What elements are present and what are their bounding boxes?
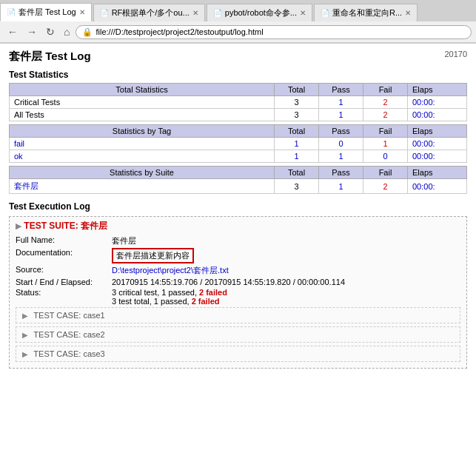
tab-1-close[interactable]: ✕ (76, 8, 85, 16)
row-pass: 0 (319, 138, 363, 150)
tab-4[interactable]: 📄 重命名和重定向R... ✕ (314, 4, 418, 21)
suite-stats-col-elaps: Elaps (408, 167, 467, 179)
tab-3[interactable]: 📄 pybot/robot命令参... ✕ (207, 4, 312, 21)
tag-stats-col-fail: Fail (363, 125, 408, 138)
suite-header-label: TEST SUITE: 套件层 (24, 221, 107, 231)
test-case-block: ▶ TEST CASE: case3 (16, 346, 460, 362)
row-elaps: 00:00: (408, 96, 467, 109)
suite-expand-icon[interactable]: ▶ (16, 221, 21, 230)
page-header: 套件层 Test Log 20170 (9, 50, 467, 64)
tag-stats-table: Statistics by Tag Total Pass Fail Elaps … (9, 124, 467, 163)
page-date: 20170 (444, 50, 467, 58)
tag-stats-col-elaps: Elaps (408, 125, 467, 138)
total-stats-header: Total Statistics (10, 84, 275, 96)
tab-2[interactable]: 📄 RF根据单个/多个ou... ✕ (93, 4, 205, 21)
row-fail: 1 (363, 138, 408, 150)
tab-4-close[interactable]: ✕ (402, 9, 411, 17)
row-name: 套件层 (10, 179, 275, 194)
row-name: ok (10, 150, 275, 163)
row-total: 3 (275, 109, 319, 121)
table-row: All Tests 3 1 2 00:00: (10, 109, 467, 121)
tab-2-close[interactable]: ✕ (190, 9, 198, 17)
lock-icon: 🔒 (82, 27, 93, 37)
test-case-header: TEST CASE: case3 (33, 349, 104, 358)
test-cases-container: ▶ TEST CASE: case1 ▶ TEST CASE: case2 ▶ … (16, 307, 460, 362)
total-stats-col-pass: Pass (319, 84, 363, 96)
tab-4-label: 重命名和重定向R... (332, 7, 402, 19)
tab-3-close[interactable]: ✕ (297, 9, 306, 17)
source-value[interactable]: D:\testproject\project2\套件层.txt (112, 265, 229, 276)
suite-stats-col-total: Total (275, 167, 319, 179)
total-stats-table: Total Statistics Total Pass Fail Elaps C… (9, 83, 467, 121)
table-row: Critical Tests 3 1 2 00:00: (10, 96, 467, 109)
row-pass: 1 (319, 150, 363, 163)
row-pass: 1 (319, 109, 363, 121)
row-fail: 0 (363, 150, 408, 163)
row-pass: 1 (319, 96, 363, 109)
tab-1[interactable]: 📄 套件层 Test Log ✕ (0, 3, 92, 21)
tab-3-label: pybot/robot命令参... (225, 7, 297, 19)
test-case-expand-icon[interactable]: ▶ (22, 331, 28, 339)
test-case-expand-icon[interactable]: ▶ (22, 312, 28, 320)
test-case-expand-icon[interactable]: ▶ (22, 350, 28, 358)
suite-block: ▶ TEST SUITE: 套件层 Full Name: 套件层 Documen… (9, 216, 467, 369)
tab-1-icon: 📄 (7, 8, 16, 16)
status-values: 3 critical test, 1 passed, 2 failed 3 te… (112, 288, 227, 306)
tab-1-label: 套件层 Test Log (19, 7, 76, 18)
row-total: 1 (275, 138, 319, 150)
execution-section: Test Execution Log ▶ TEST SUITE: 套件层 Ful… (9, 201, 467, 369)
tag-stats-col-total: Total (275, 125, 319, 138)
forward-button[interactable]: → (24, 24, 40, 39)
full-name-row: Full Name: 套件层 (16, 235, 460, 246)
test-case-block: ▶ TEST CASE: case2 (16, 326, 460, 343)
tag-stats-col-pass: Pass (319, 125, 363, 138)
row-fail: 2 (363, 179, 408, 194)
total-stats-col-elaps: Elaps (408, 84, 467, 96)
row-name: fail (10, 138, 275, 150)
page-title: 套件层 Test Log (9, 50, 91, 64)
status-line2: 3 test total, 1 passed, 2 failed (112, 297, 220, 306)
row-fail: 2 (363, 109, 408, 121)
tab-3-icon: 📄 (213, 9, 222, 17)
source-label: Source: (16, 265, 112, 276)
suite-stats-header: Statistics by Suite (10, 167, 275, 179)
source-row: Source: D:\testproject\project2\套件层.txt (16, 265, 460, 276)
reload-button[interactable]: ↻ (43, 24, 58, 39)
home-button[interactable]: ⌂ (61, 24, 73, 39)
tab-4-icon: 📄 (321, 9, 329, 17)
suite-header: ▶ TEST SUITE: 套件层 (16, 220, 460, 232)
test-statistics-label: Test Statistics (9, 70, 467, 80)
status-line1: 3 critical test, 1 passed, 2 failed (112, 288, 227, 297)
row-elaps: 00:00: (408, 179, 467, 194)
total-stats-col-fail: Fail (363, 84, 408, 96)
status-row: Status: 3 critical test, 1 passed, 2 fai… (16, 288, 460, 306)
status-label: Status: (16, 288, 112, 306)
suite-stats-table: Statistics by Suite Total Pass Fail Elap… (9, 166, 467, 194)
tag-stats-header: Statistics by Tag (10, 125, 275, 138)
test-case-header: TEST CASE: case1 (33, 311, 104, 320)
page-content: 套件层 Test Log 20170 Test Statistics Total… (0, 44, 476, 414)
suite-stats-col-pass: Pass (319, 167, 363, 179)
row-total: 3 (275, 96, 319, 109)
row-name: All Tests (10, 109, 275, 121)
startend-row: Start / End / Elapsed: 20170915 14:55:19… (16, 278, 460, 286)
test-case-header: TEST CASE: case2 (33, 330, 104, 339)
test-case-block: ▶ TEST CASE: case1 (16, 307, 460, 323)
browser-chrome: 📄 套件层 Test Log ✕ 📄 RF根据单个/多个ou... ✕ 📄 py… (0, 0, 476, 44)
nav-bar: ← → ↻ ⌂ 🔒 file:///D:/testproject/project… (0, 21, 476, 43)
execution-log-label: Test Execution Log (9, 201, 467, 212)
suite-stats-col-fail: Fail (363, 167, 408, 179)
address-text: file:///D:/testproject/project2/testoutp… (95, 27, 263, 36)
row-fail: 2 (363, 96, 408, 109)
startend-label: Start / End / Elapsed: (16, 278, 112, 286)
table-row: 套件层 3 1 2 00:00: (10, 179, 467, 194)
table-row: fail 1 0 1 00:00: (10, 138, 467, 150)
row-elaps: 00:00: (408, 109, 467, 121)
address-bar[interactable]: 🔒 file:///D:/testproject/project2/testou… (76, 25, 472, 39)
table-row: ok 1 1 0 00:00: (10, 150, 467, 163)
full-name-value: 套件层 (112, 235, 136, 246)
row-elaps: 00:00: (408, 138, 467, 150)
row-pass: 1 (319, 179, 363, 194)
back-button[interactable]: ← (4, 24, 21, 39)
row-total: 1 (275, 150, 319, 163)
